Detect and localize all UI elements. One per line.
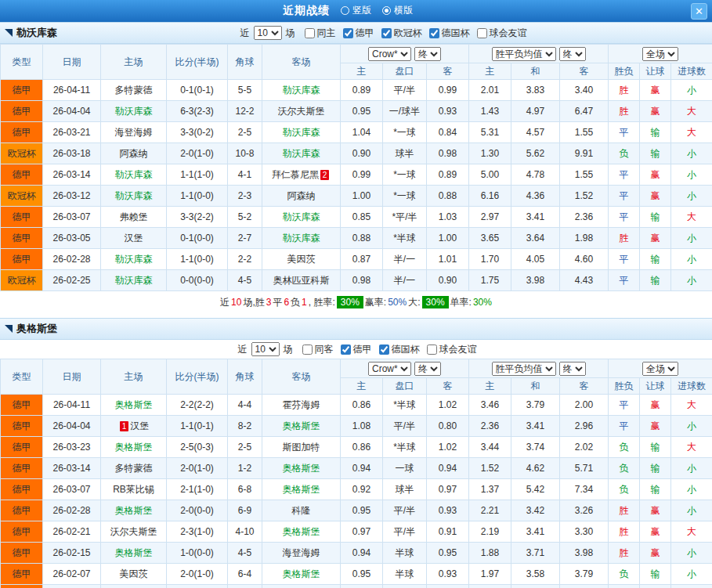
avg-select[interactable]: 胜平负均值 (492, 362, 556, 376)
match-count-select[interactable]: 10 (254, 26, 282, 40)
filter-option[interactable]: 欧冠杯 (381, 27, 422, 40)
filter-option[interactable]: 同主 (305, 27, 336, 40)
odds-cell: *一球 (383, 122, 427, 143)
filter-checkbox[interactable] (343, 28, 353, 38)
filter-checkbox[interactable] (305, 28, 315, 38)
games-label: 场 (286, 27, 295, 40)
filter-option[interactable]: 德国杯 (429, 27, 470, 40)
home-team-cell: 美因茨 (101, 564, 167, 585)
odds-cell: 球半 (383, 143, 427, 164)
summary-segment: 大: (408, 296, 420, 309)
full-select[interactable]: 全场 (642, 362, 678, 376)
rank-badge: 2 (320, 170, 330, 180)
date-cell: 26-02-15 (43, 543, 101, 564)
filter-option[interactable]: 同客 (302, 343, 334, 356)
filter-label: 球会友谊 (439, 343, 477, 356)
avg-cell: 4.57 (511, 122, 560, 143)
table-row: 欧冠杯26-03-18阿森纳2-0(1-0)10-8勒沃库森0.90球半0.98… (1, 143, 712, 164)
away-team-cell: 奥格斯堡 (262, 564, 341, 585)
filter-option[interactable]: 德国杯 (379, 343, 420, 356)
avg-select[interactable]: 胜平负均值 (492, 47, 556, 61)
odds-source-select[interactable]: Crow* (368, 362, 411, 376)
avg-cell: 3.79 (560, 564, 609, 585)
odds-cell: 0.94 (341, 543, 383, 564)
odds-cell: *一球 (383, 164, 427, 186)
result-cell: 胜 (609, 80, 640, 101)
odds-cell: 0.94 (427, 458, 469, 479)
filter-checkbox[interactable] (341, 345, 351, 355)
result-cell: 平 (609, 395, 640, 416)
section-corner-icon (5, 29, 13, 37)
layout-option-2[interactable]: 横版 (382, 4, 413, 17)
odds-cell: 1.02 (427, 395, 469, 416)
filter-checkbox[interactable] (429, 28, 439, 38)
result-cell: 负 (609, 564, 640, 585)
league-cell: 德甲 (1, 458, 43, 479)
filter-checkbox[interactable] (302, 345, 313, 355)
league-cell: 德甲 (1, 207, 43, 228)
filter-option[interactable]: 球会友谊 (477, 27, 527, 40)
avg-cell: 1.55 (560, 122, 609, 143)
col-header-type: 类型 (1, 45, 43, 80)
avg-final-select[interactable]: 终 (559, 47, 586, 61)
date-cell: 26-03-05 (43, 228, 101, 249)
filter-option[interactable]: 德甲 (343, 27, 374, 40)
odds-cell: 半/一 (383, 249, 427, 270)
home-team-cell: 奥格斯堡 (101, 543, 167, 564)
odds-cell: 1.08 (341, 416, 383, 437)
corner-cell: 5-5 (228, 80, 262, 101)
odds-cell: 0.93 (427, 101, 469, 122)
result-cell: 平 (609, 249, 640, 270)
team-name-text: 勒沃库森 (115, 254, 153, 265)
avg-cell: 3.26 (560, 500, 609, 521)
result-cell: 小 (671, 164, 712, 186)
filter-checkbox[interactable] (379, 345, 389, 355)
away-team-cell: 勒沃库森 (262, 143, 341, 164)
away-team-cell: 奥林匹亚科斯 (262, 270, 341, 291)
avg-odds-group: 胜平负均值终 (469, 45, 609, 63)
filter-checkbox[interactable] (381, 28, 392, 38)
summary-segment: , 胜率: (309, 296, 335, 309)
layout-option-1[interactable]: 竖版 (341, 4, 371, 17)
avg-cell: 4.60 (560, 249, 609, 270)
filter-checkbox[interactable] (427, 345, 437, 355)
odds-cell: 1.01 (427, 249, 469, 270)
date-cell: 26-02-07 (43, 564, 101, 585)
away-team-cell: 科隆 (262, 500, 341, 521)
team-name-text: 勒沃库森 (115, 275, 153, 286)
table-row: 欧冠杯26-03-12勒沃库森1-1(0-0)2-3阿森纳1.00*一球0.88… (1, 186, 712, 207)
summary-segment: 6 (284, 297, 289, 308)
result-cell: 平 (609, 122, 640, 143)
avg-cell: 4.05 (511, 249, 560, 270)
avg-cell: 2.19 (469, 521, 511, 543)
summary-segment: 10 (231, 297, 241, 308)
avg-cell: 1.88 (469, 543, 511, 564)
odds-cell: 0.92 (341, 479, 383, 500)
match-count-select[interactable]: 10 (251, 342, 280, 356)
col-header-home: 主场 (101, 359, 167, 395)
odds-final-select[interactable]: 终 (414, 362, 441, 376)
corner-cell: 4-10 (228, 521, 262, 543)
odds-cell: 平/半 (383, 521, 427, 543)
odds-final-select[interactable]: 终 (414, 47, 441, 61)
close-button[interactable]: ✕ (691, 3, 707, 20)
full-select[interactable]: 全场 (642, 47, 678, 61)
date-cell: 26-03-18 (43, 143, 101, 164)
home-team-cell: 奥格斯堡 (101, 585, 167, 588)
filter-checkbox[interactable] (477, 28, 487, 38)
result-cell: 小 (671, 585, 712, 588)
team-name-text: 汉堡 (125, 233, 143, 243)
league-cell: 德甲 (1, 80, 43, 101)
away-team-cell: 海登海姆 (262, 543, 341, 564)
filter-option[interactable]: 球会友谊 (427, 343, 477, 356)
team-name-text: 多特蒙德 (115, 85, 153, 96)
odds-source-select[interactable]: Crow* (368, 47, 411, 61)
date-cell: 26-02-21 (43, 521, 101, 543)
layout-option-label: 横版 (394, 4, 413, 17)
team-name-text: 勒沃库森 (283, 85, 320, 96)
avg-cell: 1.70 (469, 249, 511, 270)
result-cell: 大 (671, 101, 712, 122)
avg-final-select[interactable]: 终 (559, 362, 586, 376)
team-name-text: 勒沃库森 (283, 233, 320, 243)
filter-option[interactable]: 德甲 (341, 343, 372, 356)
